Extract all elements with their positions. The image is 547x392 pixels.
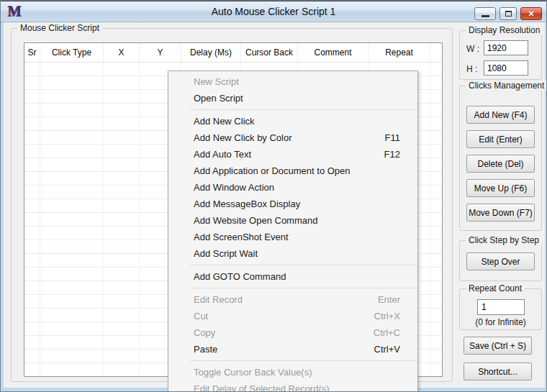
table-cell xyxy=(24,350,40,363)
menu-item-add-messagebox-display[interactable]: Add MessageBox Display xyxy=(168,196,417,212)
table-cell xyxy=(24,295,40,308)
menu-item-add-window-action[interactable]: Add Window Action xyxy=(168,179,417,196)
table-cell xyxy=(24,336,40,349)
width-label: W : xyxy=(466,44,479,54)
table-cell xyxy=(104,117,140,130)
height-label: H : xyxy=(466,64,477,74)
column-header-comment[interactable]: Comment xyxy=(298,43,369,62)
table-cell xyxy=(104,76,140,89)
close-icon: ✕ xyxy=(528,9,534,19)
repeat-count-group: Repeat Count (0 for Infinite) xyxy=(459,288,542,330)
height-input[interactable] xyxy=(484,60,528,76)
menu-item-edit-record[interactable]: Edit Record Enter xyxy=(168,291,417,308)
table-cell xyxy=(104,268,140,281)
menu-item-new-script[interactable]: New Script xyxy=(168,73,417,90)
menu-item-toggle-cursor-back[interactable]: Toggle Cursor Back Value(s) xyxy=(168,364,417,380)
table-cell xyxy=(430,213,442,226)
column-header-delay[interactable]: Delay (Ms) xyxy=(181,43,241,62)
column-header-repeat[interactable]: Repeat xyxy=(369,43,430,62)
table-cell xyxy=(40,350,104,363)
maximize-button[interactable] xyxy=(499,7,517,20)
column-header-sr[interactable]: Sr xyxy=(24,43,40,62)
delete-button[interactable]: Delete (Del) xyxy=(466,155,535,173)
table-cell xyxy=(24,213,40,226)
menu-item-paste[interactable]: Paste Ctrl+V xyxy=(168,341,417,357)
table-cell xyxy=(430,240,442,253)
menu-item-edit-delay-selected[interactable]: Edit Delay of Selected Record(s) xyxy=(168,380,417,392)
table-cell xyxy=(104,281,140,294)
table-cell xyxy=(40,240,104,253)
table-cell xyxy=(430,363,442,376)
table-cell xyxy=(40,295,104,308)
window-controls: ✕ xyxy=(474,7,542,20)
table-cell xyxy=(104,186,140,199)
table-cell xyxy=(24,145,40,158)
table-cell xyxy=(24,199,40,212)
table-cell xyxy=(24,117,40,130)
group-label-mouse-clicker-script: Mouse Clicker Script xyxy=(17,23,102,33)
menu-item-add-website-open-command[interactable]: Add Website Open Command xyxy=(168,212,417,229)
column-header-click-type[interactable]: Click Type xyxy=(40,43,104,62)
column-header-filler xyxy=(430,43,442,62)
table-cell xyxy=(104,199,140,212)
column-header-x[interactable]: X xyxy=(104,43,140,62)
table-cell xyxy=(430,309,442,322)
table-cell xyxy=(24,76,40,89)
repeat-count-input[interactable] xyxy=(477,299,525,315)
table-cell xyxy=(40,158,104,171)
minimize-button[interactable] xyxy=(474,7,496,20)
menu-item-add-goto-command[interactable]: Add GOTO Command xyxy=(168,268,417,285)
table-cell xyxy=(430,281,442,294)
menu-item-cut[interactable]: Cut Ctrl+X xyxy=(168,308,417,324)
menu-item-add-new-click-by-color[interactable]: Add New Click by Color F11 xyxy=(168,129,417,146)
table-cell xyxy=(40,90,104,103)
table-cell xyxy=(24,363,40,376)
table-cell xyxy=(24,281,40,294)
close-button[interactable]: ✕ xyxy=(520,7,542,20)
menu-item-copy[interactable]: Copy Ctrl+C xyxy=(168,324,417,341)
table-cell xyxy=(24,240,40,253)
table-cell xyxy=(24,309,40,322)
table-cell xyxy=(104,172,140,185)
menu-item-open-script[interactable]: Open Script xyxy=(168,90,417,106)
table-cell xyxy=(40,268,104,281)
table-cell xyxy=(40,199,104,212)
table-cell xyxy=(430,172,442,185)
table-cell xyxy=(24,158,40,171)
shortcut-button[interactable]: Shortcut... xyxy=(464,363,532,380)
group-label-click-step-by-step: Click Step by Step xyxy=(466,235,542,245)
edit-button[interactable]: Edit (Enter) xyxy=(466,130,535,148)
table-cell xyxy=(40,363,104,376)
save-button[interactable]: Save (Ctrl + S) xyxy=(464,337,532,355)
move-down-button[interactable]: Move Down (F7) xyxy=(466,204,535,222)
table-cell xyxy=(40,104,104,117)
group-label-clicks-management: Clicks Management xyxy=(466,81,547,91)
width-input[interactable] xyxy=(484,40,528,55)
table-cell xyxy=(40,322,104,335)
menu-item-add-new-click[interactable]: Add New Click xyxy=(168,113,417,129)
table-cell xyxy=(40,76,104,89)
table-cell xyxy=(104,63,140,76)
column-header-y[interactable]: Y xyxy=(140,43,181,62)
table-cell xyxy=(24,268,40,281)
step-over-button[interactable]: Step Over xyxy=(466,252,535,270)
add-new-button[interactable]: Add New (F4) xyxy=(466,106,535,124)
table-cell xyxy=(104,131,140,144)
column-header-cursor-back[interactable]: Cursor Back xyxy=(241,43,298,62)
menu-item-add-auto-text[interactable]: Add Auto Text F12 xyxy=(168,146,417,163)
table-cell xyxy=(104,336,140,349)
menu-item-add-script-wait[interactable]: Add Script Wait xyxy=(168,245,417,262)
menu-item-add-application-or-document[interactable]: Add Application or Document to Open xyxy=(168,163,417,179)
move-up-button[interactable]: Move Up (F6) xyxy=(466,179,535,197)
table-cell xyxy=(40,172,104,185)
menu-separator xyxy=(190,265,417,265)
table-cell xyxy=(40,145,104,158)
title-bar[interactable]: M Auto Mouse Clicker Script 1 ✕ xyxy=(1,1,546,22)
display-resolution-group: Display Resolution W : H : xyxy=(459,30,542,80)
table-cell xyxy=(40,63,104,76)
table-cell xyxy=(24,254,40,267)
table-cell xyxy=(40,336,104,349)
table-cell xyxy=(104,322,140,335)
menu-item-add-screenshot-event[interactable]: Add ScreenShot Event xyxy=(168,229,417,245)
table-cell xyxy=(40,309,104,322)
